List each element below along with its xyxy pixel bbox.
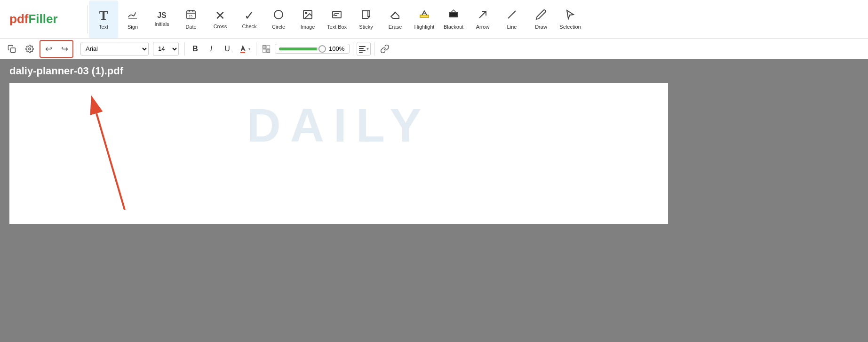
image-icon	[302, 9, 313, 22]
tool-erase-label: Erase	[389, 24, 402, 30]
tool-blackout[interactable]: Blackout	[439, 0, 468, 38]
toolbar-divider-1	[88, 5, 88, 33]
tool-image-label: Image	[301, 24, 315, 30]
tool-sticky[interactable]: Sticky	[351, 0, 381, 38]
svg-rect-24	[263, 49, 266, 52]
undo-redo-group: ↩ ↪	[40, 40, 73, 58]
initials-icon: JS	[157, 12, 167, 19]
opacity-group: 100%	[275, 44, 350, 54]
top-toolbar: pdfFiller T Text Sign JS Initials 15	[0, 0, 868, 39]
highlight-icon	[419, 9, 430, 22]
tool-cross-label: Cross	[214, 24, 227, 29]
size-selector[interactable]: 89101112 14161820 242832	[153, 42, 179, 56]
check-icon: ✓	[244, 9, 255, 22]
document-title: daliy-planner-03 (1).pdf	[9, 65, 123, 77]
tool-initials[interactable]: JS Initials	[147, 0, 176, 38]
opacity-value: 100%	[329, 45, 345, 52]
settings-button[interactable]	[22, 41, 38, 57]
tool-sign[interactable]: Sign	[118, 0, 147, 38]
align-button[interactable]: ▾	[357, 42, 371, 56]
svg-line-13	[392, 12, 396, 16]
svg-point-6	[274, 10, 283, 19]
font-selector[interactable]: Arial Times New Roman Helvetica Courier	[80, 42, 149, 56]
bold-button[interactable]: B	[188, 42, 202, 56]
tool-arrow-label: Arrow	[476, 24, 490, 30]
copy-button[interactable]	[4, 41, 20, 57]
textbox-icon: A	[331, 9, 342, 22]
cross-icon: ✕	[215, 9, 225, 22]
svg-rect-26	[359, 46, 366, 47]
link-button[interactable]	[378, 42, 392, 56]
color-chevron: ▾	[248, 47, 251, 51]
tool-selection[interactable]: Selection	[556, 0, 585, 38]
text-color-button[interactable]: ▾	[236, 43, 253, 55]
separator-2	[184, 42, 185, 56]
sign-icon	[127, 9, 138, 22]
logo-filler: Filler	[28, 12, 57, 26]
tool-check-label: Check	[242, 24, 256, 29]
main-content: daliy-planner-03 (1).pdf DAILY	[0, 59, 868, 342]
undo-button[interactable]: ↩	[40, 41, 56, 57]
separator-1	[77, 42, 77, 56]
svg-rect-25	[267, 49, 270, 52]
svg-text:A: A	[333, 13, 335, 16]
tool-cross[interactable]: ✕ Cross	[206, 0, 235, 38]
tool-circle[interactable]: Circle	[264, 0, 293, 38]
italic-button[interactable]: I	[204, 42, 218, 56]
tool-selection-label: Selection	[559, 24, 581, 30]
tool-line[interactable]: Line	[497, 0, 526, 38]
tool-text[interactable]: T Text	[89, 0, 118, 38]
tool-draw-label: Draw	[535, 24, 547, 30]
svg-line-17	[479, 11, 486, 18]
svg-line-18	[508, 11, 516, 18]
line-icon	[506, 9, 518, 22]
svg-rect-23	[267, 45, 270, 48]
tool-check[interactable]: ✓ Check	[235, 0, 264, 38]
daily-watermark: DAILY	[28, 102, 649, 149]
underline-button[interactable]: U	[220, 42, 234, 56]
svg-rect-29	[359, 52, 363, 53]
selection-icon	[565, 9, 576, 22]
circle-icon	[273, 9, 284, 22]
logo: pdfFiller	[2, 12, 87, 26]
tool-date[interactable]: 15 Date	[176, 0, 206, 38]
svg-rect-19	[11, 48, 16, 52]
svg-point-20	[29, 48, 31, 50]
tool-highlight-label: Highlight	[414, 24, 435, 30]
svg-rect-16	[449, 12, 458, 17]
blackout-icon	[448, 9, 459, 22]
tool-blackout-label: Blackout	[444, 24, 463, 30]
tool-sticky-label: Sticky	[359, 24, 373, 30]
opacity-toggle[interactable]	[260, 43, 273, 55]
second-toolbar: ↩ ↪ Arial Times New Roman Helvetica Cour…	[0, 39, 868, 59]
draw-icon	[535, 9, 547, 22]
text-icon: T	[99, 9, 108, 22]
pdf-page: DAILY	[9, 83, 668, 224]
tool-textbox-label: Text Box	[327, 24, 347, 30]
arrow-icon	[477, 9, 488, 22]
date-icon: 15	[185, 9, 197, 22]
redo-button[interactable]: ↪	[56, 41, 72, 57]
svg-text:15: 15	[189, 15, 192, 18]
svg-point-8	[305, 12, 307, 14]
svg-rect-27	[359, 48, 364, 49]
erase-icon	[390, 9, 401, 22]
tool-arrow[interactable]: Arrow	[468, 0, 497, 38]
tool-circle-label: Circle	[272, 24, 285, 30]
tool-image[interactable]: Image	[293, 0, 322, 38]
tool-draw[interactable]: Draw	[526, 0, 556, 38]
separator-4	[353, 42, 353, 56]
document-title-bar: daliy-planner-03 (1).pdf	[0, 59, 868, 83]
tool-date-label: Date	[185, 24, 196, 30]
tool-textbox[interactable]: A Text Box	[322, 0, 351, 38]
svg-rect-22	[263, 45, 266, 48]
separator-5	[374, 42, 374, 56]
tool-highlight[interactable]: Highlight	[410, 0, 439, 38]
separator-3	[256, 42, 256, 56]
tool-sign-label: Sign	[127, 24, 138, 30]
tool-line-label: Line	[507, 24, 517, 30]
svg-rect-28	[359, 50, 366, 51]
tool-erase[interactable]: Erase	[381, 0, 410, 38]
logo-pdf: pdf	[9, 12, 28, 26]
opacity-slider[interactable]	[279, 48, 326, 50]
